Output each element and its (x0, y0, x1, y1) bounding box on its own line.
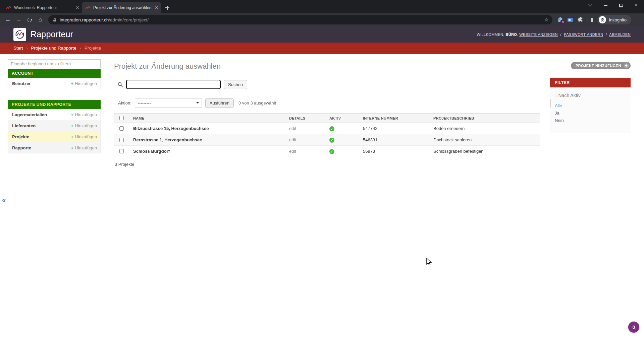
ghostery-extension-icon[interactable]: 0 (556, 15, 565, 24)
breadcrumb-projekte-und-rapporte[interactable]: Projekte und Rapporte (31, 46, 76, 51)
brand-title: Rapporteur (31, 29, 73, 39)
rapporteur-logo-icon (13, 28, 26, 41)
edit-link[interactable]: edit (289, 137, 296, 142)
results-count: 3 Projekte (114, 157, 540, 171)
window-controls (582, 0, 644, 11)
column-header-details[interactable]: DETAILS (285, 114, 325, 123)
nav-sidebar: ACCOUNT Benutzer +Hinzufügen PROJEKTE UN… (0, 54, 101, 346)
url-path: /admin/core/project/ (109, 17, 149, 22)
action-label: Aktion: (118, 100, 131, 106)
sidebar-item-label[interactable]: Rapporte (12, 145, 70, 150)
plus-icon: + (70, 112, 73, 118)
search-icon (117, 82, 123, 87)
project-name-link[interactable]: Bitziusstrasse 15, Herzogenbuchsee (133, 126, 209, 131)
add-projekte-link[interactable]: +Hinzufügen (70, 134, 97, 140)
row-checkbox[interactable] (119, 149, 124, 153)
interne-nummer-cell: 546331 (359, 134, 429, 146)
search-button[interactable]: Suchen (224, 80, 247, 89)
minimize-button[interactable] (598, 0, 613, 11)
edit-link[interactable]: edit (289, 149, 296, 154)
reload-icon[interactable] (25, 15, 34, 24)
site-header: Rapporteur WILLKOMMEN, BÜRO. WEBSITE ANZ… (0, 26, 644, 43)
new-tab-button[interactable] (163, 3, 172, 12)
row-checkbox[interactable] (119, 126, 124, 131)
row-checkbox[interactable] (119, 138, 124, 142)
add-lieferanten-link[interactable]: +Hinzufügen (70, 123, 97, 129)
filter-panel: FILTER ↓Nach Aktiv Alle Ja Nein (550, 78, 631, 133)
add-benutzer-link[interactable]: +Hinzufügen (70, 81, 97, 86)
sidebar-filter-input[interactable] (8, 59, 101, 68)
sidebar-item-label[interactable]: Lagermaterialien (12, 112, 70, 117)
change-password-link[interactable]: PASSWORT ÄNDERN (564, 32, 603, 37)
column-header-aktiv[interactable]: AKTIV (325, 114, 359, 123)
filter-panel-title: FILTER (550, 78, 631, 87)
sidebar-item-label[interactable]: Projekte (12, 134, 70, 139)
browser-menu-icon[interactable] (634, 17, 641, 23)
sidebar-section-account: ACCOUNT Benutzer +Hinzufügen (8, 69, 101, 89)
tag-extension-icon[interactable] (566, 15, 575, 24)
projektbeschrieb-cell: Dachstock sanieren (429, 134, 540, 146)
actions-row: Aktion: --------- Ausführen 0 von 3 ausg… (114, 98, 540, 108)
filter-option-ja[interactable]: Ja (555, 111, 559, 116)
sidebar-item-label[interactable]: Lieferanten (12, 123, 70, 128)
add-lagermaterialien-link[interactable]: +Hinzufügen (70, 112, 97, 118)
back-icon[interactable]: ← (3, 15, 13, 24)
bookmark-star-icon[interactable]: ☆ (542, 17, 550, 23)
sidebar-item-projekte[interactable]: Projekte +Hinzufügen (8, 131, 101, 142)
breadcrumb-start[interactable]: Start (13, 46, 23, 51)
add-project-button[interactable]: PROJEKT HINZUFÜGEN + (571, 62, 631, 69)
tab-title: Projekt zur Änderung auswählen (93, 5, 152, 10)
interne-nummer-cell: 547742 (359, 123, 429, 134)
project-name-link[interactable]: Schloss Burgdorf (133, 149, 170, 154)
projektbeschrieb-cell: Schlossgraben befestigen (429, 146, 540, 157)
aktiv-true-icon: ✓ (329, 149, 334, 154)
welcome-user: BÜRO (505, 32, 517, 37)
sidebar-section-projekte-und-rapporte: PROJEKTE UND RAPPORTE Lagermaterialien +… (8, 100, 101, 153)
column-header-interne-nummer[interactable]: INTERNE NUMMER (359, 114, 429, 123)
sidebar-item-lagermaterialien[interactable]: Lagermaterialien +Hinzufügen (8, 109, 101, 120)
tab-search-chevron-icon[interactable] (582, 0, 598, 11)
logout-link[interactable]: ABMELDEN (609, 32, 631, 37)
run-action-button[interactable]: Ausführen (205, 98, 234, 108)
sidebar-item-benutzer[interactable]: Benutzer +Hinzufügen (8, 78, 101, 89)
welcome-text: WILLKOMMEN, (477, 32, 504, 37)
incognito-profile-badge[interactable]: Inkognito (597, 15, 631, 24)
tab-title: Wundernetz Rapporteur (14, 5, 73, 10)
edit-link[interactable]: edit (289, 126, 296, 131)
action-select[interactable]: --------- (135, 98, 202, 108)
view-site-link[interactable]: WEBSITE ANZEIGEN (519, 32, 558, 37)
search-input[interactable] (126, 80, 221, 89)
side-panel-icon[interactable] (586, 15, 595, 24)
tab-wundernetz[interactable]: Wundernetz Rapporteur (3, 2, 82, 13)
tab-projekt-auswaehlen[interactable]: Projekt zur Änderung auswählen (82, 2, 161, 13)
select-all-checkbox[interactable] (119, 116, 124, 120)
sidebar-item-label[interactable]: Benutzer (12, 81, 70, 86)
address-bar[interactable]: integration.rapporteur.ch/admin/core/pro… (48, 15, 552, 24)
close-tab-icon[interactable] (155, 6, 158, 9)
extensions-puzzle-icon[interactable] (576, 15, 585, 24)
column-header-projektbeschrieb[interactable]: PROJEKTBESCHRIEB (429, 114, 540, 123)
home-icon[interactable]: ⌂ (36, 15, 45, 24)
section-header: PROJEKTE UND RAPPORTE (8, 100, 101, 109)
close-tab-icon[interactable] (76, 6, 79, 9)
sidebar-item-rapporte[interactable]: Rapporte +Hinzufügen (8, 142, 101, 153)
filter-option-nein[interactable]: Nein (555, 118, 564, 123)
add-rapporte-link[interactable]: +Hinzufügen (70, 145, 97, 151)
close-window-button[interactable] (629, 0, 644, 11)
right-column: PROJEKT HINZUFÜGEN + FILTER ↓Nach Aktiv … (550, 54, 644, 346)
table-row: Bernstrasse 1, Herzogenbuchsee edit ✓ 54… (114, 134, 540, 146)
ghostery-counter-badge[interactable]: 0 (628, 322, 639, 333)
filter-group-aktiv: ↓Nach Aktiv Alle Ja Nein (550, 87, 631, 124)
table-header-row: NAME DETAILS AKTIV INTERNE NUMMER PROJEK… (114, 114, 540, 123)
project-name-link[interactable]: Bernstrasse 1, Herzogenbuchsee (133, 137, 202, 142)
table-row: Bitziusstrasse 15, Herzogenbuchsee edit … (114, 123, 540, 134)
restore-button[interactable] (613, 0, 629, 11)
browser-tabstrip: Wundernetz Rapporteur Projekt zur Änderu… (0, 0, 644, 13)
forward-icon[interactable]: → (14, 15, 23, 24)
sidebar-item-lieferanten[interactable]: Lieferanten +Hinzufügen (8, 120, 101, 131)
plus-icon: + (624, 63, 629, 68)
sidebar-collapse-icon[interactable]: « (2, 196, 6, 204)
column-header-name[interactable]: NAME (129, 114, 285, 123)
selection-status: 0 von 3 ausgewählt (238, 100, 276, 106)
filter-option-alle[interactable]: Alle (555, 103, 562, 108)
